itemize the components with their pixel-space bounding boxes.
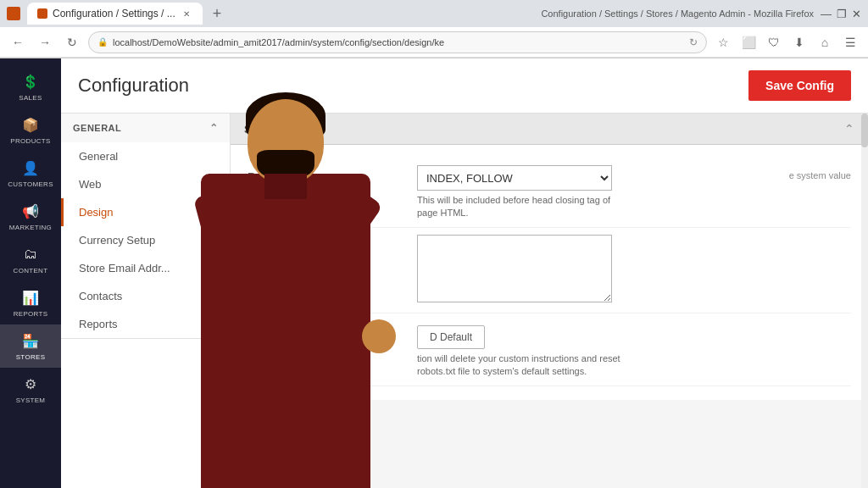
home-icon[interactable]: ⌂: [814, 31, 836, 53]
sidebar-item-marketing[interactable]: 📢 MARKETING: [0, 195, 61, 238]
tab-close-button[interactable]: ✕: [181, 8, 192, 19]
left-nav-web[interactable]: Web: [61, 170, 230, 198]
left-nav-general[interactable]: General: [61, 142, 230, 170]
sidebar-item-stores[interactable]: 🏪 STORES: [0, 324, 61, 368]
url-text: localhost/DemoWebsite/admin_amit2017/adm…: [113, 37, 684, 47]
sidebar-item-customers[interactable]: 👤 CUSTOMERS: [0, 152, 61, 195]
sidebar-label-reports: REPORTS: [14, 310, 48, 318]
store-view-label: [store view]: [248, 183, 403, 192]
left-nav-general-section: GENERAL ⌃ General Web Design Currency Se…: [61, 114, 230, 339]
marketing-icon: 📢: [21, 202, 40, 220]
config-body: GENERAL ⌃ General Web Design Currency Se…: [61, 114, 868, 488]
shield-icon[interactable]: 🛡: [763, 31, 785, 53]
left-nav-currency[interactable]: Currency Setup: [61, 226, 230, 254]
active-tab[interactable]: Configuration / Settings / ... ✕: [27, 3, 203, 25]
minimize-button[interactable]: —: [821, 8, 832, 20]
new-tab-button[interactable]: +: [213, 5, 222, 23]
refresh-icon: ↻: [689, 36, 698, 48]
content-icon: 🗂: [21, 245, 40, 263]
section-header-label: GENERAL: [73, 123, 121, 133]
browser-chrome: Configuration / Settings / ... ✕ + Confi…: [0, 0, 868, 58]
panel-section-title: S: [244, 123, 252, 136]
left-nav-reports[interactable]: Reports: [61, 310, 230, 338]
textarea-label: [248, 235, 417, 240]
reset-label: [248, 320, 417, 325]
chevron-up-icon-panel: ⌃: [844, 122, 854, 136]
sidebar-label-content: CONTENT: [14, 267, 48, 274]
sales-icon: 💲: [21, 72, 40, 91]
sidebar-item-products[interactable]: 📦 PRODUCTS: [0, 108, 61, 152]
forward-button[interactable]: →: [34, 31, 56, 53]
sidebar-label-products: PRODUCTS: [10, 137, 50, 145]
robots-hint: This will be included before head closin…: [417, 194, 620, 220]
chevron-up-icon: ⌃: [209, 122, 219, 134]
content-header: Configuration Save Config: [61, 58, 868, 114]
panel-section-header[interactable]: S ⌃: [231, 114, 868, 145]
sidebar-label-system: SYSTEM: [16, 396, 46, 404]
textarea-form-row: [248, 228, 851, 313]
close-button[interactable]: ✕: [852, 8, 861, 20]
textarea-field-container: [417, 235, 851, 306]
app-layout: 💲 SALES 📦 PRODUCTS 👤 CUSTOMERS 📢 MARKETI…: [0, 58, 868, 488]
bookmark-icon[interactable]: ☆: [712, 31, 734, 53]
customers-icon: 👤: [21, 158, 40, 177]
sidebar-label-customers: CUSTOMERS: [8, 180, 53, 188]
sidebar: 💲 SALES 📦 PRODUCTS 👤 CUSTOMERS 📢 MARKETI…: [0, 58, 61, 488]
reset-default-row: D Default tion will delete your custom i…: [248, 313, 851, 386]
robots-form-row: Robots [store view] INDEX, FOLLOW NOINDE…: [248, 158, 851, 228]
left-nav-store-email[interactable]: Store Email Addr...: [61, 254, 230, 282]
download-icon[interactable]: ⬇: [788, 31, 810, 53]
sidebar-label-marketing: MARKETING: [9, 224, 52, 231]
page-title: Configuration: [78, 75, 189, 97]
back-button[interactable]: ←: [7, 31, 29, 53]
left-nav-section-header[interactable]: GENERAL ⌃: [61, 114, 230, 142]
reload-button[interactable]: ↻: [61, 31, 83, 53]
menu-icon[interactable]: ☰: [839, 31, 861, 53]
maximize-button[interactable]: ❐: [837, 8, 847, 20]
robots-field: INDEX, FOLLOW NOINDEX, NOFOLLOW NOINDEX,…: [417, 165, 779, 220]
tab-label: Configuration / Settings / ...: [53, 8, 175, 19]
reset-hint: tion will delete your custom instruction…: [417, 352, 620, 379]
reset-field: D Default tion will delete your custom i…: [417, 320, 851, 379]
reports-icon: 📊: [21, 288, 40, 307]
content-area: Configuration Save Config GENERAL ⌃ Gene…: [61, 58, 868, 488]
system-icon: ⚙: [21, 374, 40, 393]
toolbar-icons: ☆ ⬜ 🛡 ⬇ ⌂ ☰: [712, 31, 861, 53]
robots-select[interactable]: INDEX, FOLLOW NOINDEX, NOFOLLOW NOINDEX,…: [417, 165, 612, 191]
robots-textarea[interactable]: [417, 235, 612, 302]
left-nav-design[interactable]: Design: [61, 198, 230, 226]
address-bar[interactable]: 🔒 localhost/DemoWebsite/admin_amit2017/a…: [88, 31, 707, 53]
use-system-value: e system value: [789, 165, 851, 180]
save-config-button[interactable]: Save Config: [748, 70, 851, 101]
sidebar-item-content[interactable]: 🗂 CONTENT: [0, 238, 61, 281]
main-panel: S ⌃ Robots [store view] INDEX, FOLLOW: [231, 114, 868, 488]
reset-default-button[interactable]: D Default: [417, 325, 485, 349]
lock-icon: 🔒: [97, 37, 108, 47]
scrollbar[interactable]: [861, 114, 868, 488]
browser-titlebar: Configuration / Settings / ... ✕ + Confi…: [0, 0, 868, 27]
browser-toolbar: ← → ↻ 🔒 localhost/DemoWebsite/admin_amit…: [0, 27, 868, 58]
sidebar-item-sales[interactable]: 💲 SALES: [0, 65, 61, 108]
browser-favicon: [7, 7, 20, 20]
stores-icon: 🏪: [21, 331, 40, 350]
left-nav-contacts[interactable]: Contacts: [61, 282, 230, 310]
panel-section-body: Robots [store view] INDEX, FOLLOW NOINDE…: [231, 145, 868, 400]
sidebar-label-sales: SALES: [19, 94, 42, 102]
screenshot-icon[interactable]: ⬜: [737, 31, 760, 53]
tab-favicon: [37, 8, 47, 19]
scrollbar-thumb[interactable]: [861, 114, 868, 147]
sidebar-item-reports[interactable]: 📊 REPORTS: [0, 281, 61, 324]
robots-label: Robots [store view]: [248, 165, 417, 192]
products-icon: 📦: [21, 115, 40, 134]
window-title: Configuration / Settings / Stores / Mage…: [541, 8, 814, 19]
left-nav: GENERAL ⌃ General Web Design Currency Se…: [61, 114, 231, 488]
sidebar-item-system[interactable]: ⚙ SYSTEM: [0, 368, 61, 411]
sidebar-label-stores: STORES: [16, 353, 46, 361]
